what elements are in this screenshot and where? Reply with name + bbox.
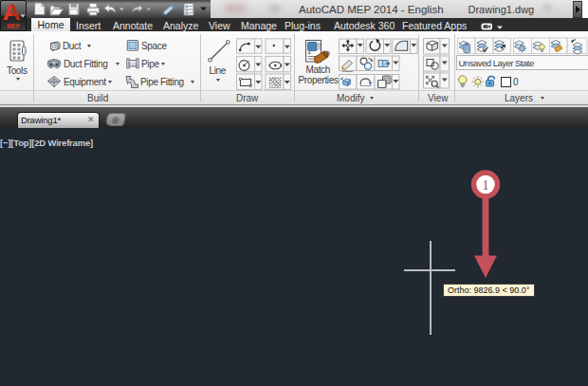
svg-text:MEP: MEP [7, 23, 21, 29]
svg-text:1: 1 [483, 178, 489, 193]
